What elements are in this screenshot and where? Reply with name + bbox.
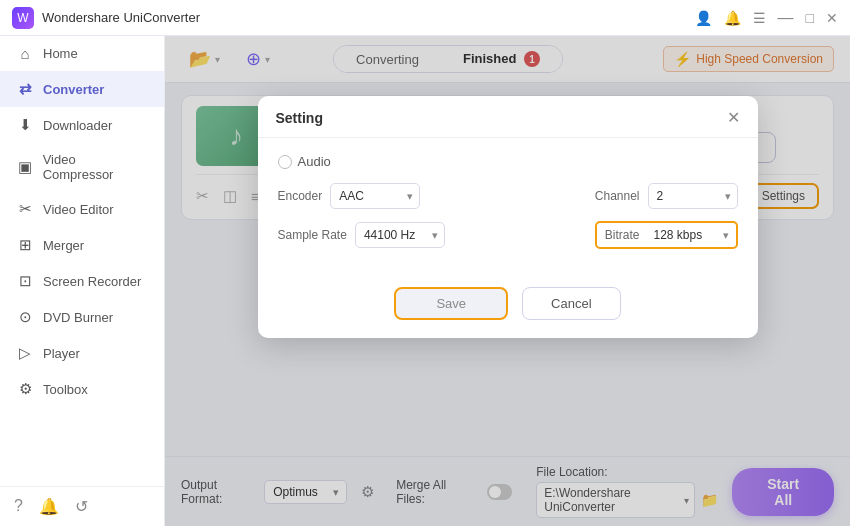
sidebar: ⌂ Home ⇄ Converter ⬇ Downloader ▣ Video … bbox=[0, 36, 165, 526]
sidebar-item-label: Converter bbox=[43, 82, 104, 97]
help-icon[interactable]: ? bbox=[14, 497, 23, 516]
modal-header: Setting ✕ bbox=[258, 96, 758, 138]
modal-close-button[interactable]: ✕ bbox=[727, 108, 740, 127]
bitrate-label: Bitrate bbox=[597, 228, 640, 242]
home-icon: ⌂ bbox=[16, 45, 34, 62]
app-logo: W bbox=[12, 7, 34, 29]
converter-icon: ⇄ bbox=[16, 80, 34, 98]
channel-field: Channel 1 2 6 bbox=[595, 183, 738, 209]
screen-recorder-icon: ⊡ bbox=[16, 272, 34, 290]
bitrate-select[interactable]: 64 kbps 128 kbps 192 kbps 256 kbps 320 k… bbox=[646, 223, 736, 247]
channel-select-wrap: 1 2 6 bbox=[648, 183, 738, 209]
cancel-button[interactable]: Cancel bbox=[522, 287, 620, 320]
sidebar-item-label: Toolbox bbox=[43, 382, 88, 397]
channel-select[interactable]: 1 2 6 bbox=[648, 183, 738, 209]
samplerate-bitrate-row: Sample Rate 8000 Hz 11025 Hz 22050 Hz 44… bbox=[278, 221, 738, 249]
sidebar-item-home[interactable]: ⌂ Home bbox=[0, 36, 164, 71]
sidebar-item-label: Player bbox=[43, 346, 80, 361]
sidebar-item-video-compressor[interactable]: ▣ Video Compressor bbox=[0, 143, 164, 191]
sidebar-item-video-editor[interactable]: ✂ Video Editor bbox=[0, 191, 164, 227]
minimize-icon[interactable]: — bbox=[778, 9, 794, 27]
bell-icon[interactable]: 🔔 bbox=[724, 10, 741, 26]
close-icon[interactable]: ✕ bbox=[826, 10, 838, 26]
sidebar-item-label: Downloader bbox=[43, 118, 112, 133]
audio-section-label: Audio bbox=[278, 154, 738, 169]
menu-icon[interactable]: ☰ bbox=[753, 10, 766, 26]
video-editor-icon: ✂ bbox=[16, 200, 34, 218]
sidebar-item-label: Screen Recorder bbox=[43, 274, 141, 289]
sidebar-item-merger[interactable]: ⊞ Merger bbox=[0, 227, 164, 263]
downloader-icon: ⬇ bbox=[16, 116, 34, 134]
content-area: 📂 ▾ ⊕ ▾ Converting Finished 1 ⚡ High Spe… bbox=[165, 36, 850, 526]
encoder-select-wrap: AAC MP3 AC3 FLAC bbox=[330, 183, 420, 209]
sidebar-bottom: ? 🔔 ↺ bbox=[0, 486, 164, 526]
encoder-field: Encoder AAC MP3 AC3 FLAC bbox=[278, 183, 421, 209]
video-compressor-icon: ▣ bbox=[16, 158, 34, 176]
modal-title: Setting bbox=[276, 110, 323, 126]
sidebar-item-dvd-burner[interactable]: ⊙ DVD Burner bbox=[0, 299, 164, 335]
encoder-label: Encoder bbox=[278, 189, 323, 203]
sidebar-item-toolbox[interactable]: ⚙ Toolbox bbox=[0, 371, 164, 407]
titlebar-controls: 👤 🔔 ☰ — □ ✕ bbox=[691, 9, 838, 27]
user-icon[interactable]: 👤 bbox=[695, 10, 712, 26]
bitrate-field: Bitrate 64 kbps 128 kbps 192 kbps 256 kb… bbox=[595, 221, 738, 249]
settings-modal: Setting ✕ Audio Encoder AA bbox=[258, 96, 758, 338]
audio-text: Audio bbox=[298, 154, 331, 169]
sample-rate-select-wrap: 8000 Hz 11025 Hz 22050 Hz 44100 Hz 48000… bbox=[355, 222, 445, 248]
audio-radio[interactable] bbox=[278, 155, 292, 169]
sidebar-item-player[interactable]: ▷ Player bbox=[0, 335, 164, 371]
sidebar-item-label: Video Compressor bbox=[43, 152, 148, 182]
encoder-select[interactable]: AAC MP3 AC3 FLAC bbox=[330, 183, 420, 209]
sidebar-item-screen-recorder[interactable]: ⊡ Screen Recorder bbox=[0, 263, 164, 299]
dvd-burner-icon: ⊙ bbox=[16, 308, 34, 326]
player-icon: ▷ bbox=[16, 344, 34, 362]
sample-rate-select[interactable]: 8000 Hz 11025 Hz 22050 Hz 44100 Hz 48000… bbox=[355, 222, 445, 248]
notification-icon[interactable]: 🔔 bbox=[39, 497, 59, 516]
bitrate-select-wrap: Bitrate 64 kbps 128 kbps 192 kbps 256 kb… bbox=[595, 221, 738, 249]
encoder-channel-row: Encoder AAC MP3 AC3 FLAC bbox=[278, 183, 738, 209]
modal-overlay: Setting ✕ Audio Encoder AA bbox=[165, 36, 850, 526]
modal-body: Audio Encoder AAC MP3 AC3 FLAC bbox=[258, 138, 758, 277]
sidebar-item-downloader[interactable]: ⬇ Downloader bbox=[0, 107, 164, 143]
refresh-icon[interactable]: ↺ bbox=[75, 497, 88, 516]
modal-footer: Save Cancel bbox=[258, 277, 758, 338]
app-title: Wondershare UniConverter bbox=[42, 10, 691, 25]
maximize-icon[interactable]: □ bbox=[806, 10, 814, 26]
toolbox-icon: ⚙ bbox=[16, 380, 34, 398]
save-button[interactable]: Save bbox=[394, 287, 508, 320]
merger-icon: ⊞ bbox=[16, 236, 34, 254]
sample-rate-label: Sample Rate bbox=[278, 228, 347, 242]
main-layout: ⌂ Home ⇄ Converter ⬇ Downloader ▣ Video … bbox=[0, 36, 850, 526]
titlebar: W Wondershare UniConverter 👤 🔔 ☰ — □ ✕ bbox=[0, 0, 850, 36]
channel-label: Channel bbox=[595, 189, 640, 203]
sidebar-item-label: DVD Burner bbox=[43, 310, 113, 325]
sidebar-item-label: Video Editor bbox=[43, 202, 114, 217]
sidebar-item-converter[interactable]: ⇄ Converter bbox=[0, 71, 164, 107]
sidebar-item-label: Merger bbox=[43, 238, 84, 253]
sample-rate-field: Sample Rate 8000 Hz 11025 Hz 22050 Hz 44… bbox=[278, 222, 445, 248]
sidebar-item-label: Home bbox=[43, 46, 78, 61]
